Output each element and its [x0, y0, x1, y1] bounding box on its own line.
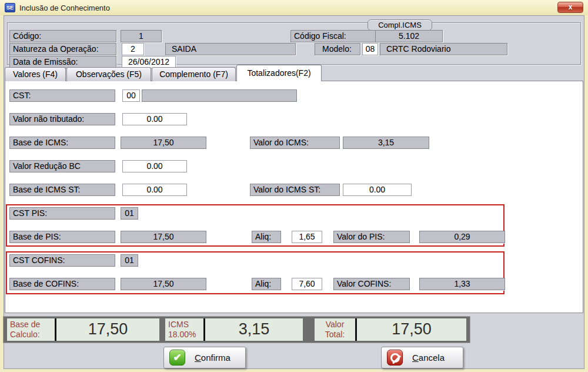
base-pis-field[interactable]: 17,50 — [121, 231, 206, 243]
close-icon: x — [569, 3, 573, 11]
base-icms-label: Base de ICMS: — [9, 137, 115, 149]
codigo-label: Código: — [9, 30, 116, 42]
cancel-button[interactable]: Cancela — [381, 347, 463, 368]
app-icon: SE — [5, 3, 15, 12]
modelo-label: Modelo: — [315, 43, 360, 55]
codigo-fiscal-label: Código Fiscal: — [290, 30, 376, 42]
checkmark-icon: ✔ — [169, 350, 185, 366]
natureza-operacao-code-field[interactable]: 2 — [122, 43, 144, 55]
valor-icms-st-label: Valor do ICMS ST: — [250, 184, 340, 196]
aliq-pis-field[interactable]: 1,65 — [292, 231, 322, 243]
valor-reducao-bc-label: Valor Redução BC — [9, 160, 115, 172]
cst-cofins-field[interactable]: 01 — [121, 254, 138, 267]
cst-desc-field[interactable] — [142, 89, 297, 102]
window-title: Inclusão de Conhecimento — [19, 4, 110, 12]
base-calculo-total-label: Base de Calculo: — [7, 318, 55, 341]
confirm-button-label: Confirma — [195, 353, 230, 363]
title-bar: SE Inclusão de Conhecimento x — [0, 0, 588, 15]
valor-icms-field[interactable]: 3,15 — [343, 137, 429, 149]
compl-icms-button[interactable]: Compl.ICMS — [368, 19, 432, 31]
icms-total-label: ICMS 18.00% — [165, 318, 203, 341]
confirm-button[interactable]: ✔ Confirma — [163, 347, 246, 368]
tab-valores[interactable]: Valores (F4) — [5, 67, 66, 81]
base-cofins-field[interactable]: 17,50 — [121, 278, 206, 290]
codigo-field[interactable]: 1 — [121, 30, 162, 42]
natureza-operacao-label: Natureza da Operação: — [9, 43, 116, 55]
tab-observacoes[interactable]: Observações (F5) — [66, 67, 151, 81]
valor-pis-field[interactable]: 0,29 — [419, 231, 505, 243]
valor-pis-label: Valor do PIS: — [333, 231, 410, 243]
base-cofins-label: Base de COFINS: — [9, 278, 115, 290]
icms-total-value: 3,15 — [203, 318, 303, 341]
base-icms-st-label: Base de ICMS ST: — [9, 184, 115, 196]
cst-label: CST: — [9, 89, 115, 102]
base-icms-field[interactable]: 17,50 — [121, 137, 206, 149]
valor-cofins-label: Valor COFINS: — [333, 278, 410, 290]
modelo-code-field[interactable]: 08 — [362, 43, 378, 55]
valor-nao-tributado-label: Valor não tributado: — [9, 113, 115, 125]
cst-code-field[interactable]: 00 — [122, 89, 140, 102]
aliq-cofins-label: Aliq: — [252, 278, 281, 290]
cst-pis-field[interactable]: 01 — [121, 207, 138, 220]
aliq-pis-label: Aliq: — [252, 231, 281, 243]
cancel-button-label: Cancela — [412, 353, 445, 363]
valor-cofins-field[interactable]: 1,33 — [419, 278, 505, 290]
close-button[interactable]: x — [557, 2, 583, 13]
valor-icms-label: Valor do ICMS: — [250, 137, 340, 149]
valor-icms-st-field[interactable]: 0.00 — [343, 184, 412, 196]
data-emissao-label: Data de Emissão: — [9, 56, 116, 68]
base-icms-st-field[interactable]: 0.00 — [122, 184, 187, 196]
base-calculo-total-value: 17,50 — [55, 318, 159, 341]
valor-total-value: 17,50 — [355, 318, 466, 341]
tab-complemento[interactable]: Complemento (F7) — [152, 67, 236, 81]
app-icon-letters: SE — [6, 5, 14, 11]
aliq-cofins-field[interactable]: 7,60 — [292, 278, 322, 290]
cst-pis-label: CST PIS: — [9, 207, 115, 220]
data-emissao-field[interactable]: 26/06/2012 — [122, 56, 176, 68]
cst-cofins-label: CST COFINS: — [9, 254, 115, 267]
valor-total-label: Valor Total: — [315, 318, 355, 341]
prohibition-icon — [387, 350, 403, 366]
valor-reducao-bc-field[interactable]: 0.00 — [122, 160, 187, 172]
modelo-desc-field[interactable]: CRTC Rodoviario — [380, 43, 507, 55]
codigo-fiscal-field[interactable]: 5.102 — [375, 30, 443, 42]
natureza-operacao-desc-field[interactable]: SAIDA — [165, 43, 296, 55]
base-pis-label: Base de PIS: — [9, 231, 115, 243]
valor-nao-tributado-field[interactable]: 0.00 — [122, 113, 187, 125]
tab-totalizadores[interactable]: Totalizadores(F2) — [236, 65, 322, 81]
